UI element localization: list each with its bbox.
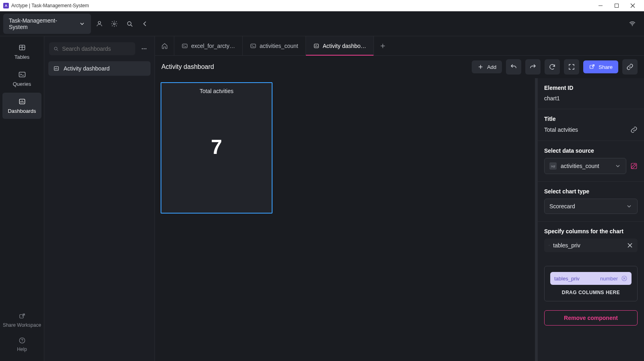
tab-label: excel_for_arcty… bbox=[191, 43, 235, 49]
dashboard-icon bbox=[18, 98, 26, 106]
title-label: Title bbox=[544, 116, 638, 122]
columns-dropzone[interactable]: tables_priv number DRAG COLUMNS HERE bbox=[544, 266, 638, 301]
query-icon bbox=[182, 43, 188, 49]
main-top-bar bbox=[155, 11, 644, 36]
app-top-bar: Task-Management-System bbox=[0, 11, 155, 36]
chart-type-select[interactable]: Scorecard bbox=[544, 199, 638, 214]
tab-label: Activity dashbo… bbox=[323, 43, 366, 49]
share-button[interactable]: Share bbox=[583, 60, 618, 73]
svg-rect-30 bbox=[251, 44, 256, 48]
tab-activities-count[interactable]: activities_count bbox=[243, 36, 306, 55]
page-title: Activity dashboard bbox=[161, 63, 214, 71]
search-dashboards-input[interactable] bbox=[49, 42, 135, 55]
share-button-label: Share bbox=[599, 64, 613, 70]
dashboard-canvas[interactable]: Total actvities 7 bbox=[155, 78, 537, 361]
chart-type-value: Scorecard bbox=[549, 203, 575, 210]
svg-line-20 bbox=[57, 50, 58, 51]
edit-datasource-icon[interactable] bbox=[630, 162, 638, 170]
home-tab[interactable] bbox=[155, 36, 174, 55]
chart-value: 7 bbox=[211, 86, 222, 208]
window-close-button[interactable] bbox=[625, 0, 641, 11]
svg-point-41 bbox=[549, 245, 550, 246]
svg-point-22 bbox=[144, 48, 144, 49]
settings-icon[interactable] bbox=[107, 17, 121, 31]
svg-point-28 bbox=[632, 25, 633, 26]
search-icon bbox=[549, 242, 550, 249]
tab-excel-for-arctype[interactable]: excel_for_arcty… bbox=[174, 36, 243, 55]
sidebar-more-icon[interactable] bbox=[138, 43, 150, 54]
collapse-sidebar-icon[interactable] bbox=[138, 17, 152, 31]
svg-rect-11 bbox=[19, 72, 25, 77]
chart-type-label: Select chart type bbox=[544, 188, 638, 195]
data-source-label: Select data source bbox=[544, 147, 638, 154]
svg-point-4 bbox=[98, 21, 101, 24]
search-icon[interactable] bbox=[123, 17, 136, 31]
svg-point-21 bbox=[142, 48, 142, 49]
app-logo-icon: A bbox=[3, 3, 9, 8]
search-dashboards-field[interactable] bbox=[62, 46, 131, 52]
properties-panel: Element ID chart1 Title Total actvities … bbox=[537, 78, 644, 361]
svg-rect-39 bbox=[590, 65, 593, 68]
rail-item-dashboards[interactable]: Dashboards bbox=[2, 93, 41, 119]
help-icon bbox=[19, 337, 26, 344]
wifi-status-icon[interactable] bbox=[625, 17, 639, 31]
link-icon[interactable] bbox=[630, 126, 638, 133]
plus-icon bbox=[477, 64, 484, 70]
help-button[interactable]: Help bbox=[17, 337, 27, 352]
canvas-scrollbar[interactable] bbox=[535, 78, 537, 361]
svg-point-6 bbox=[128, 21, 131, 25]
dashboard-toolbar: Activity dashboard Add Share bbox=[155, 56, 644, 78]
chevron-down-icon bbox=[79, 21, 85, 27]
external-link-icon bbox=[589, 64, 595, 70]
add-button[interactable]: Add bbox=[472, 60, 502, 73]
window-maximize-button[interactable] bbox=[609, 0, 625, 11]
scorecard-chart[interactable]: Total actvities 7 bbox=[161, 82, 272, 214]
rail-item-queries[interactable]: Queries bbox=[2, 66, 41, 92]
share-workspace-button[interactable]: Share Workspace bbox=[3, 313, 41, 329]
column-search-input[interactable] bbox=[544, 239, 638, 252]
data-source-select[interactable]: sql activities_count bbox=[544, 158, 626, 174]
dashboard-icon bbox=[53, 65, 60, 72]
remove-component-button[interactable]: Remove component bbox=[544, 310, 638, 326]
tabs-bar: excel_for_arcty… activities_count Activi… bbox=[155, 36, 644, 56]
rail-label-tables: Tables bbox=[14, 54, 30, 60]
element-id-value: chart1 bbox=[544, 95, 638, 102]
refresh-button[interactable] bbox=[545, 59, 560, 75]
svg-line-42 bbox=[549, 246, 550, 246]
table-icon bbox=[18, 44, 26, 52]
fullscreen-button[interactable] bbox=[564, 59, 579, 75]
share-workspace-label: Share Workspace bbox=[3, 322, 41, 329]
chevron-down-icon bbox=[615, 163, 621, 169]
help-label: Help bbox=[17, 346, 27, 352]
element-id-label: Element ID bbox=[544, 85, 638, 91]
account-icon[interactable] bbox=[93, 17, 106, 31]
dashboard-list-item[interactable]: Activity dashboard bbox=[48, 61, 151, 76]
sql-badge-icon: sql bbox=[549, 162, 557, 170]
column-chip[interactable]: tables_priv number bbox=[550, 272, 632, 285]
drag-hint: DRAG COLUMNS HERE bbox=[562, 290, 620, 295]
svg-point-19 bbox=[54, 47, 57, 50]
undo-button[interactable] bbox=[506, 59, 521, 75]
svg-rect-29 bbox=[182, 44, 187, 48]
svg-rect-16 bbox=[20, 315, 23, 318]
redo-button[interactable] bbox=[525, 59, 541, 75]
columns-label: Specify columns for the chart bbox=[544, 228, 638, 234]
home-icon bbox=[161, 42, 168, 50]
chip-name: tables_priv bbox=[554, 276, 580, 282]
link-button[interactable] bbox=[622, 59, 638, 75]
window-titlebar: A Arctype | Task-Management-System bbox=[0, 0, 644, 11]
svg-line-7 bbox=[131, 25, 132, 27]
clear-search-icon[interactable] bbox=[627, 242, 633, 249]
workspace-dropdown[interactable]: Task-Management-System bbox=[3, 14, 91, 34]
chip-remove-icon[interactable] bbox=[621, 275, 627, 282]
new-tab-button[interactable] bbox=[374, 36, 392, 55]
svg-rect-40 bbox=[631, 163, 637, 169]
window-minimize-button[interactable] bbox=[592, 0, 609, 11]
add-button-label: Add bbox=[487, 64, 496, 70]
column-search-field[interactable] bbox=[553, 242, 623, 249]
external-link-icon bbox=[19, 313, 26, 320]
data-source-value: activities_count bbox=[561, 163, 599, 169]
tab-activity-dashboard[interactable]: Activity dashbo… bbox=[306, 36, 374, 55]
rail-item-tables[interactable]: Tables bbox=[2, 39, 41, 65]
title-value[interactable]: Total actvities bbox=[544, 127, 626, 133]
